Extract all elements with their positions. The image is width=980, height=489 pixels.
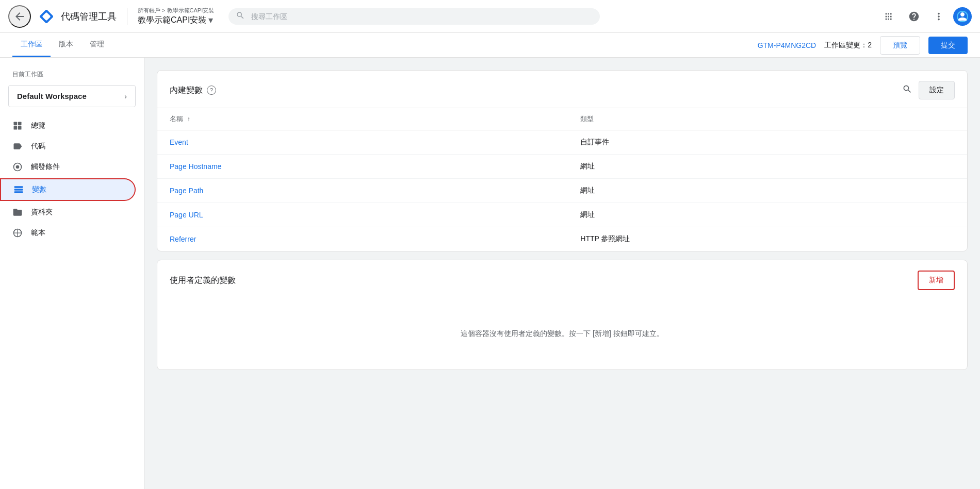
table-row: Page URL 網址 — [157, 203, 967, 227]
workspace-box-arrow: › — [124, 92, 127, 100]
user-defined-variables-header: 使用者定義的變數 新增 — [157, 260, 967, 298]
builtin-variables-search-icon[interactable] — [900, 82, 914, 99]
sidebar-item-overview[interactable]: 總覽 — [0, 115, 144, 136]
var-name-link[interactable]: Page URL — [170, 211, 203, 219]
logo-icon — [37, 7, 56, 26]
workspace-dropdown-icon: ▾ — [208, 14, 213, 26]
builtin-variables-table: 名稱 ↑ 類型 Event 自訂事件 Page Hostname 網址 Page… — [157, 108, 967, 251]
sidebar-item-tags-label: 代碼 — [31, 142, 45, 151]
back-button[interactable] — [8, 5, 31, 28]
table-row: Page Hostname 網址 — [157, 155, 967, 179]
tab-manage[interactable]: 管理 — [81, 33, 112, 57]
sidebar: 目前工作區 Default Workspace › 總覽 — [0, 58, 144, 489]
breadcrumb-top: 所有帳戶 > 教學示範CAPI安裝 — [138, 7, 214, 14]
name-column-header: 名稱 ↑ — [157, 108, 568, 130]
svg-rect-11 — [14, 191, 23, 193]
sidebar-item-templates[interactable]: 範本 — [0, 223, 144, 243]
var-name-cell: Page URL — [157, 203, 568, 227]
sidebar-section-label: 目前工作區 — [0, 66, 144, 81]
sidebar-item-triggers-label: 觸發條件 — [31, 162, 60, 172]
builtin-variables-actions: 設定 — [900, 81, 955, 99]
workspace-changes: 工作區變更：2 — [824, 41, 872, 50]
table-row: Page Path 網址 — [157, 179, 967, 203]
user-defined-variables-card: 使用者定義的變數 新增 這個容器沒有使用者定義的變數。按一下 [新增] 按鈕即可… — [157, 260, 968, 370]
templates-icon — [12, 228, 23, 238]
sidebar-item-folders-label: 資料夾 — [31, 208, 53, 217]
variables-icon — [13, 184, 24, 195]
breadcrumb-container: 所有帳戶 > 教學示範CAPI安裝 教學示範CAPI安裝 ▾ — [138, 7, 214, 26]
svg-rect-5 — [14, 126, 18, 130]
var-name-link[interactable]: Event — [170, 138, 188, 146]
workspace-selector[interactable]: 教學示範CAPI安裝 ▾ — [138, 14, 214, 26]
var-type-cell: HTTP 參照網址 — [568, 227, 967, 251]
new-variable-button[interactable]: 新增 — [918, 271, 955, 290]
svg-rect-3 — [14, 122, 18, 126]
header-actions — [879, 6, 972, 27]
table-row: Referrer HTTP 參照網址 — [157, 227, 967, 251]
sidebar-item-templates-label: 範本 — [31, 228, 45, 238]
help-icon[interactable]: ? — [207, 86, 216, 95]
content-area: 內建變數 ? 設定 名稱 ↑ — [144, 58, 980, 489]
svg-rect-4 — [18, 122, 22, 126]
tab-workspace[interactable]: 工作區 — [12, 33, 51, 57]
tags-icon — [12, 141, 23, 151]
builtin-variables-title: 內建變數 ? — [170, 85, 216, 96]
workspace-selector-name: 教學示範CAPI安裝 — [138, 15, 206, 26]
var-type-cell: 網址 — [568, 179, 967, 203]
type-column-header: 類型 — [568, 108, 967, 130]
var-name-cell: Page Hostname — [157, 155, 568, 179]
var-type-cell: 自訂事件 — [568, 130, 967, 155]
svg-point-8 — [16, 165, 20, 169]
sort-arrow: ↑ — [187, 115, 190, 123]
var-name-link[interactable]: Referrer — [170, 235, 196, 243]
header-divider — [127, 8, 127, 25]
grid-button[interactable] — [879, 6, 900, 27]
table-row: Event 自訂事件 — [157, 130, 967, 155]
sidebar-item-variables-label: 變數 — [32, 185, 46, 194]
sub-header-tabs: 工作區 版本 管理 — [12, 33, 112, 57]
search-icon — [236, 11, 245, 22]
sub-header-right: GTM-P4MNG2CD 工作區變更：2 預覽 提交 — [758, 36, 968, 55]
builtin-variables-header: 內建變數 ? 設定 — [157, 71, 967, 108]
sidebar-item-folders[interactable]: 資料夾 — [0, 202, 144, 223]
sub-header: 工作區 版本 管理 GTM-P4MNG2CD 工作區變更：2 預覽 提交 — [0, 33, 980, 58]
var-name-link[interactable]: Page Hostname — [170, 162, 221, 171]
settings-button[interactable]: 設定 — [919, 81, 955, 99]
sidebar-item-variables[interactable]: 變數 — [0, 178, 136, 201]
var-name-link[interactable]: Page Path — [170, 187, 203, 195]
var-name-cell: Page Path — [157, 179, 568, 203]
empty-state: 這個容器沒有使用者定義的變數。按一下 [新增] 按鈕即可建立。 — [157, 298, 967, 369]
var-name-cell: Event — [157, 130, 568, 155]
builtin-variables-card: 內建變數 ? 設定 名稱 ↑ — [157, 70, 968, 251]
var-name-cell: Referrer — [157, 227, 568, 251]
help-button[interactable] — [904, 6, 924, 27]
user-avatar[interactable] — [953, 7, 972, 26]
submit-button[interactable]: 提交 — [928, 37, 968, 54]
main-layout: 目前工作區 Default Workspace › 總覽 — [0, 58, 980, 489]
var-type-cell: 網址 — [568, 155, 967, 179]
workspace-selector-box[interactable]: Default Workspace › — [8, 85, 136, 107]
sidebar-item-overview-label: 總覽 — [31, 121, 45, 130]
svg-rect-9 — [14, 186, 23, 188]
triggers-icon — [12, 162, 23, 172]
logo-container: 代碼管理工具 — [37, 7, 117, 26]
sidebar-item-tags[interactable]: 代碼 — [0, 136, 144, 157]
svg-rect-6 — [18, 126, 22, 130]
folders-icon — [12, 207, 23, 217]
search-bar — [228, 8, 600, 25]
preview-button[interactable]: 預覽 — [880, 36, 920, 55]
svg-rect-10 — [14, 189, 23, 190]
var-type-cell: 網址 — [568, 203, 967, 227]
more-button[interactable] — [928, 6, 949, 27]
gtm-id[interactable]: GTM-P4MNG2CD — [758, 41, 816, 49]
sidebar-item-triggers[interactable]: 觸發條件 — [0, 157, 144, 177]
app-title: 代碼管理工具 — [61, 10, 117, 23]
search-input[interactable] — [228, 8, 600, 25]
top-header: 代碼管理工具 所有帳戶 > 教學示範CAPI安裝 教學示範CAPI安裝 ▾ — [0, 0, 980, 33]
tab-version[interactable]: 版本 — [51, 33, 81, 57]
workspace-box-name: Default Workspace — [17, 92, 87, 100]
overview-icon — [12, 121, 23, 131]
user-defined-variables-title: 使用者定義的變數 — [170, 275, 236, 286]
